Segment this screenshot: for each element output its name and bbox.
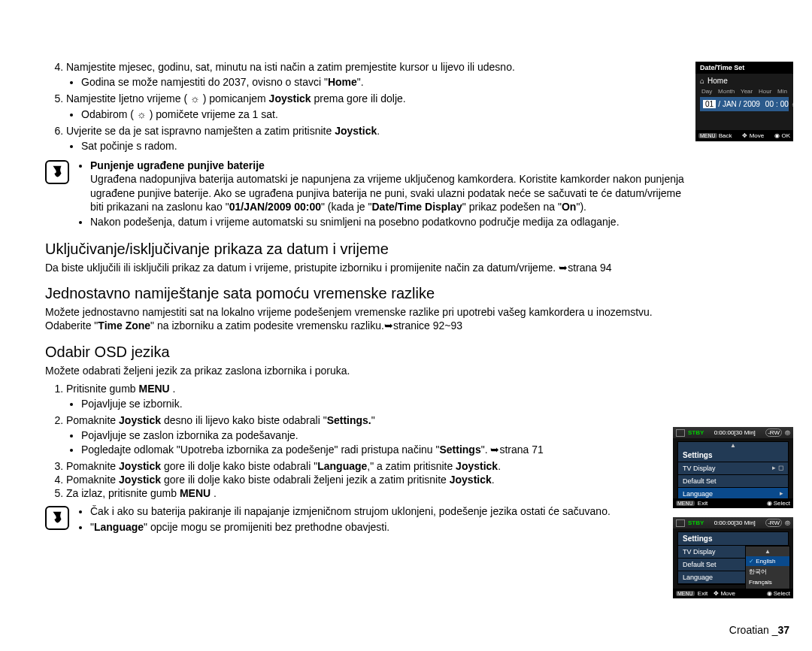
osd-steps: Pritisnite gumb MENU . Pojavljuje se izb…	[45, 382, 692, 501]
note-li-2: Nakon podešenja, datum i vrijeme automat…	[90, 215, 692, 229]
note-content: Punjenje ugrađene punjive baterije Ugrađ…	[78, 159, 692, 230]
t: ," a zatim pritisnite	[367, 460, 456, 472]
para-a: Da biste uključili ili isključili prikaz…	[45, 261, 692, 274]
scr1-month: JAN	[723, 100, 737, 108]
t: Godina se može namjestiti do 2037, ovisn…	[81, 76, 328, 88]
lang-korean: 한국어	[746, 566, 789, 577]
t: Settings	[439, 444, 480, 456]
t: gore ili dolje kako biste odabrali "	[161, 460, 317, 472]
t: Joystick	[456, 460, 498, 472]
row-default-set: Default Set	[678, 475, 788, 488]
t: Odabirom (	[81, 108, 137, 120]
joy-bold: Joystick	[269, 92, 311, 104]
lang-english: ✓ English	[746, 556, 789, 566]
osd-step-5: Za izlaz, pritisnite gumb MENU .	[66, 486, 692, 500]
scr3-title: Settings	[678, 532, 788, 546]
t: MENU	[138, 383, 169, 395]
menu-tag: MENU	[676, 501, 695, 506]
para-c: Možete odabrati željeni jezik za prikaz …	[45, 364, 692, 377]
home-bold: Home	[328, 76, 357, 88]
scr2-topbar: STBY 0:00:00[30 Min] -RW ◎	[673, 427, 793, 438]
step6-sub: Sat počinje s radom.	[81, 139, 692, 153]
t: prema gore ili dolje.	[311, 92, 406, 104]
scr1-min: 00	[780, 100, 789, 108]
note2-content: Čak i ako su baterija pakiranje ili napa…	[78, 504, 611, 534]
stby-label: STBY	[688, 429, 704, 436]
note-language: Čak i ako su baterija pakiranje ili napa…	[45, 504, 692, 534]
footer-page: 37	[777, 624, 789, 636]
osd-step-2: Pomaknite Joystick desno ili lijevo kako…	[66, 413, 600, 456]
ok-icon: ◉	[774, 132, 780, 139]
lang-francais: Français	[746, 577, 789, 587]
t: Language	[317, 460, 367, 472]
battery-icon	[676, 429, 685, 437]
t: TV Display	[683, 548, 716, 556]
screenshot-date-time-set: Date/Time Set ⌂ Home Day Month Year Hour…	[695, 62, 793, 141]
scr1-bottom-bar: MENUBack ✥ Move ◉ OK	[695, 130, 793, 141]
chevron-up-icon: ▲	[678, 442, 788, 449]
screenshot-settings: STBY 0:00:00[30 Min] -RW ◎ ▲ Settings TV…	[673, 427, 793, 508]
heading-toggle-display: Uključivanje/isključivanje prikaza za da…	[45, 241, 692, 258]
move-label: Move	[750, 132, 765, 139]
menu-tag: MENU	[698, 133, 717, 138]
scr-time: 0:00:00[30 Min]	[707, 519, 762, 526]
note-li-1: Punjenje ugrađene punjive baterije Ugrađ…	[90, 159, 692, 213]
scr3-bottombar: MENU Exit ✥ Move ◉ Select	[673, 589, 793, 598]
ok-label: OK	[781, 132, 790, 139]
scr1-day: 01	[703, 100, 716, 108]
screenshot-language-select: STBY 0:00:00[30 Min] -RW ◎ Settings TV D…	[673, 517, 793, 598]
note-b1: Punjenje ugrađene punjive baterije	[90, 159, 265, 171]
row-tv-display: TV Display▸ ◻	[678, 462, 788, 475]
scr1-year: 2009	[744, 100, 760, 108]
t: Pogledajte odlomak "Upotreba izbornika z…	[81, 444, 439, 456]
t: .	[377, 125, 380, 137]
t: " prikaz podešen na "	[462, 201, 562, 213]
step-6: Uvjerite se da je sat ispravno namješten…	[66, 124, 692, 153]
scr2-bottombar: MENU Exit ◉ Select	[673, 498, 793, 508]
scr1-value-row: 01 / JAN / 2009 00 : 00 ☼	[700, 97, 789, 111]
move-label: Move	[720, 590, 735, 597]
t: Language	[683, 574, 713, 581]
check-icon: ✓	[749, 558, 754, 565]
t: Pomaknite	[66, 474, 119, 486]
t: ) pomicanjem	[200, 92, 269, 104]
sep: :	[776, 100, 778, 108]
scr1-home-row: ⌂ Home	[695, 74, 793, 88]
sun-icon: ☼	[137, 108, 147, 120]
t: Namjestite ljetno vrijeme (	[66, 92, 190, 104]
menu-tag: MENU	[676, 591, 695, 596]
t: "	[371, 414, 375, 426]
col-month: Month	[718, 88, 735, 95]
select-icon: ◉	[767, 500, 772, 507]
t: " na izborniku a zatim podesite vremensk…	[150, 319, 462, 332]
move-icon: ✥	[742, 132, 747, 139]
exit-label: Exit	[698, 500, 707, 507]
rw-label: -RW	[765, 519, 782, 527]
footer-lang: Croatian _	[729, 624, 778, 636]
t: .	[492, 474, 495, 486]
scr-time: 0:00:00[30 Min]	[707, 429, 762, 436]
osd2-sub2: Pogledajte odlomak "Upotreba izbornika z…	[81, 443, 600, 456]
note2-li1: Čak i ako su baterija pakiranje ili napa…	[90, 504, 611, 518]
osd1-sub: Pojavljuje se izbornik.	[81, 397, 600, 410]
disc-icon: ◎	[785, 429, 790, 436]
chevron-up-icon: ▲	[746, 547, 789, 556]
battery-icon	[676, 519, 685, 527]
t: " opcije mogu se promijeniti bez prethod…	[144, 521, 389, 533]
t: English	[756, 558, 775, 565]
heading-time-zone: Jednostavno namiještanje sata pomoću vre…	[45, 285, 692, 302]
t: desno ili lijevo kako biste odabrali "	[161, 414, 327, 426]
sep: /	[718, 100, 720, 108]
chevron-right-icon: ▸ ◻	[772, 464, 783, 471]
step-4: Namjestite mjesec, godinu, sat, minutu n…	[66, 60, 692, 89]
disc-icon: ◎	[785, 519, 790, 526]
page-footer: Croatian _37	[729, 624, 789, 636]
move-icon: ✥	[714, 590, 719, 597]
scr3-topbar: STBY 0:00:00[30 Min] -RW ◎	[673, 517, 793, 528]
t: Settings.	[327, 414, 371, 426]
osd-step-1: Pritisnite gumb MENU . Pojavljuje se izb…	[66, 382, 600, 410]
col-hour: Hour	[759, 88, 771, 95]
select-icon: ◉	[767, 590, 772, 597]
step4-text: Namjestite mjesec, godinu, sat, minutu n…	[66, 61, 515, 73]
t: Joystick	[119, 460, 161, 472]
